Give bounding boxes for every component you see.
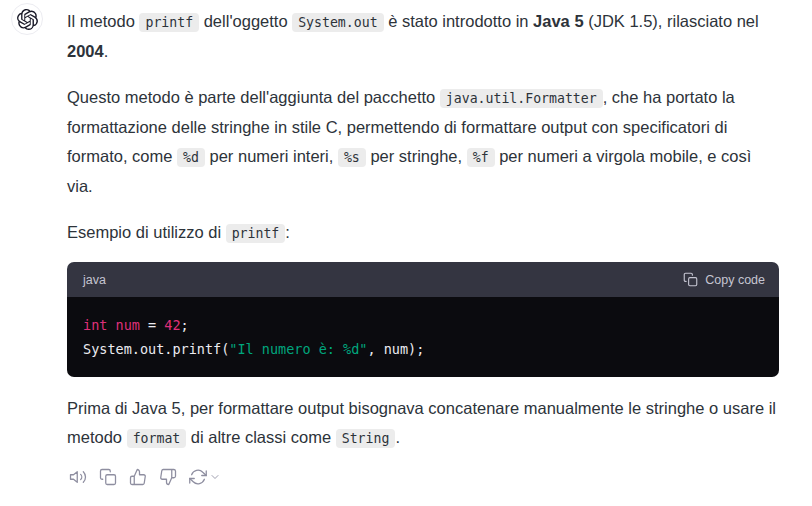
inline-code-percent-f: %f xyxy=(467,148,495,167)
copy-code-label: Copy code xyxy=(705,273,765,287)
code-token: , num); xyxy=(367,341,424,357)
code-line: int num = 42; xyxy=(83,313,763,337)
copy-icon xyxy=(683,272,698,287)
regenerate-button[interactable] xyxy=(189,468,221,486)
inline-code-system-out: System.out xyxy=(292,13,383,32)
code-language-label: java xyxy=(83,273,106,287)
message-content: Il metodo printf dell'oggetto System.out… xyxy=(67,7,779,488)
paragraph-example-intro: Esempio di utilizzo di printf: xyxy=(67,218,779,248)
text-run: . xyxy=(395,428,400,446)
text-run: per stringhe, xyxy=(366,147,467,165)
good-response-button[interactable] xyxy=(129,468,147,486)
thumbs-down-icon xyxy=(159,468,177,486)
code-token: int xyxy=(83,317,107,333)
text-run: è stato introdotto in xyxy=(384,12,534,30)
openai-logo-icon xyxy=(17,9,38,30)
assistant-avatar xyxy=(11,3,43,35)
code-block: java Copy code int num = 42;System.out.p… xyxy=(67,262,779,377)
assistant-message: Il metodo printf dell'oggetto System.out… xyxy=(0,0,812,488)
inline-code-printf: printf xyxy=(139,13,199,32)
speaker-icon xyxy=(69,468,87,486)
code-token: num xyxy=(116,317,140,333)
text-run: : xyxy=(285,223,290,241)
paragraph-intro: Il metodo printf dell'oggetto System.out… xyxy=(67,7,779,66)
code-editor[interactable]: int num = 42;System.out.printf("Il numer… xyxy=(67,297,779,377)
paragraph-formatter: Questo metodo è parte dell'aggiunta del … xyxy=(67,83,779,201)
code-token: = xyxy=(140,317,164,333)
code-token: 42 xyxy=(164,317,180,333)
code-line: System.out.printf("Il numero è: %d", num… xyxy=(83,337,763,361)
text-run: di altre classi come xyxy=(186,428,335,446)
read-aloud-button[interactable] xyxy=(69,468,87,486)
text-run: Questo metodo è parte dell'aggiunta del … xyxy=(67,88,440,106)
copy-icon xyxy=(99,468,117,486)
chevron-down-icon xyxy=(209,471,221,483)
text-run: . xyxy=(104,42,109,60)
code-token: "Il numero è: %d" xyxy=(229,341,367,357)
copy-message-button[interactable] xyxy=(99,468,117,486)
message-action-bar xyxy=(69,466,779,488)
code-token: System.out.printf( xyxy=(83,341,229,357)
copy-code-button[interactable]: Copy code xyxy=(683,272,765,287)
bold-java-5: Java 5 xyxy=(533,12,583,30)
inline-code-string: String xyxy=(336,429,396,448)
text-run: per numeri interi, xyxy=(205,147,338,165)
inline-code-format: format xyxy=(127,429,187,448)
inline-code-percent-d: %d xyxy=(177,148,205,167)
code-token: ; xyxy=(181,317,189,333)
code-token xyxy=(107,317,115,333)
regenerate-icon xyxy=(189,468,207,486)
text-run: (JDK 1.5), rilasciato nel xyxy=(584,12,759,30)
paragraph-before-java5: Prima di Java 5, per formattare output b… xyxy=(67,394,779,453)
bold-2004: 2004 xyxy=(67,42,104,60)
text-run: Il metodo xyxy=(67,12,139,30)
inline-code-formatter: java.util.Formatter xyxy=(440,89,603,108)
code-block-header: java Copy code xyxy=(67,262,779,297)
text-run: Esempio di utilizzo di xyxy=(67,223,226,241)
bad-response-button[interactable] xyxy=(159,468,177,486)
text-run: dell'oggetto xyxy=(199,12,292,30)
inline-code-printf: printf xyxy=(226,224,286,243)
inline-code-percent-s: %s xyxy=(338,148,366,167)
thumbs-up-icon xyxy=(129,468,147,486)
